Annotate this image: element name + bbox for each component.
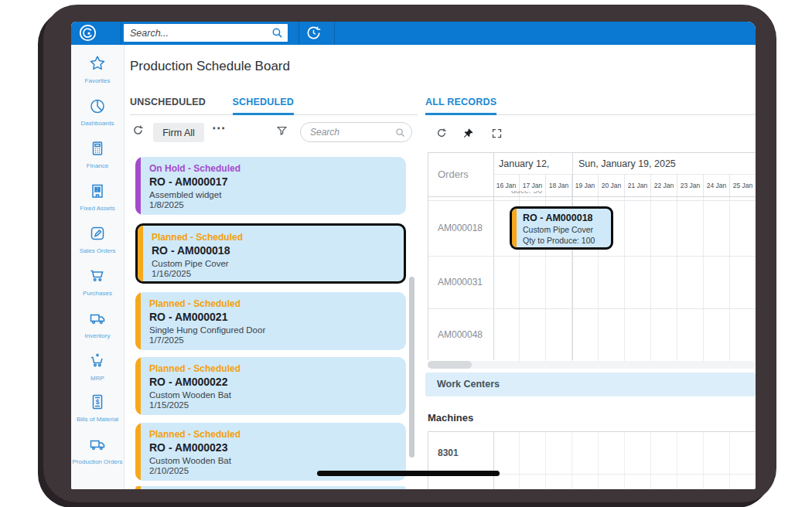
status-stripe [138, 226, 143, 281]
orders-column-border [493, 153, 494, 360]
sidebar-item-label: Production Orders [71, 458, 124, 465]
card-status: On Hold - Scheduled [149, 163, 398, 174]
machines-section-header: Machines [428, 412, 473, 424]
sidebar-item-label: Purchases [71, 290, 124, 297]
card-status: Planned - Scheduled [149, 298, 398, 309]
star-icon [88, 62, 107, 75]
sidebar-item-label: MRP [71, 375, 124, 382]
sidebar-item-finance[interactable]: Finance [71, 139, 124, 169]
sidebar-item-fixed-assets[interactable]: Fixed Assets [71, 182, 124, 212]
cart-icon [88, 274, 107, 288]
card-item: Single Hung Configured Door [149, 325, 398, 335]
tab-scheduled[interactable]: SCHEDULED [233, 97, 295, 115]
status-stripe [135, 357, 141, 415]
timeline-card-qty: Qty to Produce: 100 [523, 236, 606, 245]
status-stripe [135, 292, 141, 350]
sidebar-item-label: Fixed Assets [71, 205, 124, 212]
page-title: Production Schedule Board [130, 59, 290, 74]
pie-chart-icon [88, 104, 107, 117]
pin-icon[interactable] [462, 128, 474, 142]
sidebar-item-label: Bills of Material [71, 416, 124, 423]
clipped-card-text: duce: 50 [511, 191, 581, 196]
list-vertical-scrollbar[interactable] [409, 277, 415, 458]
sidebar: Favorites Dashboards Finance Fixed Asset… [71, 45, 125, 489]
week-header: Sun, January 19, 2025 [572, 153, 756, 175]
grid-horizontal-scrollbar-thumb[interactable] [428, 361, 472, 369]
pencil-square-icon [88, 232, 107, 245]
machine-row-label: 8301 [428, 432, 493, 474]
sidebar-item-inventory[interactable]: Inventory [71, 309, 124, 339]
card-item: Custom Wooden Bat [149, 456, 398, 465]
global-search [124, 24, 288, 42]
order-card-am000017[interactable]: On Hold - Scheduled RO - AM000017 Assemb… [135, 157, 406, 215]
grid-horizontal-scrollbar-track[interactable] [428, 361, 756, 369]
sidebar-item-label: Favorites [71, 77, 124, 84]
refresh-icon[interactable] [435, 127, 448, 142]
firm-all-button[interactable]: Firm All [153, 123, 204, 142]
home-indicator-bar[interactable] [317, 471, 500, 476]
card-order-number: RO - AM000018 [152, 244, 396, 257]
day-header: 22 Jan [651, 175, 677, 196]
card-order-number: RO - AM000021 [149, 311, 398, 323]
grid-row-label: AM000031 [428, 256, 493, 308]
topbar-divider [299, 22, 299, 45]
page-root: Favorites Dashboards Finance Fixed Asset… [0, 0, 812, 507]
sidebar-item-favorites[interactable]: Favorites [71, 54, 124, 84]
order-card-am000018-selected[interactable]: Planned - Scheduled RO - AM000018 Custom… [135, 223, 406, 284]
status-stripe [135, 423, 141, 481]
sidebar-item-sales-orders[interactable]: Sales Orders [71, 224, 124, 254]
search-icon[interactable] [394, 127, 406, 141]
schedule-grid: Orders January 12, 2025 Sun, January 19,… [428, 152, 756, 360]
truck-icon [88, 443, 107, 456]
header-border [428, 196, 756, 197]
sidebar-item-dashboards[interactable]: Dashboards [71, 97, 124, 127]
card-date: 1/15/2025 [149, 400, 398, 410]
machines-grid: 8301 [428, 431, 756, 489]
grid-row-label: AM000018 [428, 200, 493, 256]
fullscreen-icon[interactable] [491, 128, 503, 142]
refresh-icon[interactable] [131, 124, 145, 140]
order-card-clipped[interactable] [135, 486, 406, 489]
orders-column-header: Orders [428, 153, 493, 196]
topbar-divider [334, 22, 335, 45]
card-order-number: RO - AM000023 [149, 441, 398, 454]
more-actions-button[interactable]: ⋯ [212, 120, 227, 136]
calculator-icon [88, 147, 107, 160]
week-header: January 12, 2025 [493, 153, 572, 175]
card-order-number: RO - AM000022 [149, 376, 398, 388]
order-card-am000022[interactable]: Planned - Scheduled RO - AM000022 Custom… [135, 357, 406, 415]
right-tabs: ALL RECORDS [425, 94, 756, 115]
status-stripe [512, 209, 517, 247]
card-date: 1/7/2025 [149, 335, 398, 345]
search-icon[interactable] [271, 26, 284, 43]
sidebar-item-production-orders[interactable]: Production Orders [71, 435, 124, 465]
grid-row-label: AM000048 [428, 308, 493, 361]
sidebar-item-label: Dashboards [71, 120, 124, 127]
order-card-am000021[interactable]: Planned - Scheduled RO - AM000021 Single… [135, 292, 406, 350]
sidebar-item-bills-of-material[interactable]: $ Bills of Material [71, 393, 124, 423]
timeline-card-item: Custom Pipe Cover [523, 225, 606, 234]
timeline-card-am000018[interactable]: RO - AM000018 Custom Pipe Cover Qty to P… [510, 206, 613, 250]
filter-icon[interactable] [275, 124, 288, 141]
app-screen: Favorites Dashboards Finance Fixed Asset… [71, 22, 756, 489]
business-date-icon[interactable] [305, 24, 322, 45]
sidebar-item-mrp[interactable]: MRP [71, 352, 124, 382]
day-header: 25 Jan [730, 175, 756, 196]
tab-all-records[interactable]: ALL RECORDS [425, 97, 496, 115]
left-tabs: UNSCHEDULED SCHEDULED [130, 94, 418, 115]
svg-text:$: $ [96, 398, 100, 406]
machines-column-border [493, 432, 494, 489]
day-header: 24 Jan [704, 175, 730, 196]
invoice-icon: $ [88, 400, 107, 413]
top-navigation-bar [71, 22, 756, 45]
list-search [300, 122, 412, 142]
sidebar-item-label: Finance [71, 162, 124, 169]
work-centers-section-header[interactable]: Work Centers [425, 373, 756, 396]
sidebar-item-purchases[interactable]: Purchases [71, 267, 124, 297]
global-search-input[interactable] [124, 24, 288, 42]
acumatica-logo-icon[interactable] [78, 23, 97, 46]
card-order-number: RO - AM000017 [149, 175, 398, 188]
truck-icon [88, 317, 107, 330]
card-date: 1/8/2025 [149, 200, 398, 209]
tab-unscheduled[interactable]: UNSCHEDULED [130, 97, 206, 113]
